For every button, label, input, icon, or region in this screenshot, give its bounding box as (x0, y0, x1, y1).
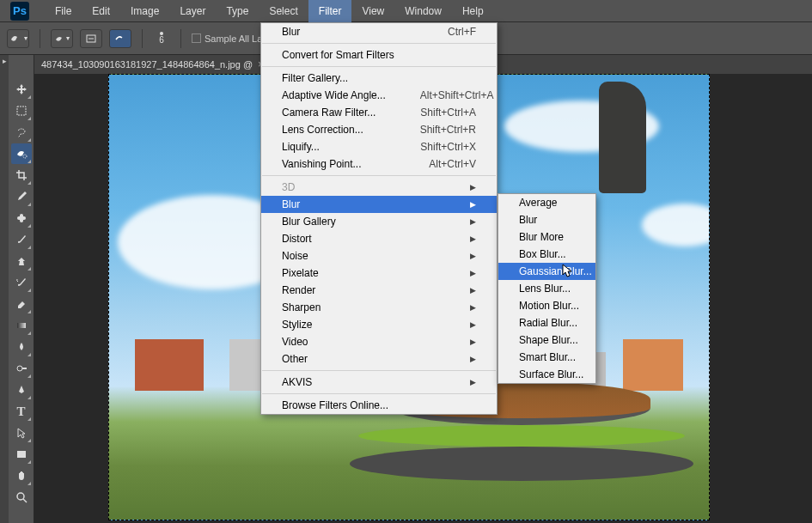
history-brush-tool[interactable] (11, 272, 32, 293)
blur-blur-more[interactable]: Blur More (498, 228, 595, 246)
crop-tool[interactable] (11, 165, 32, 185)
marquee-tool[interactable] (11, 100, 32, 121)
filter-render[interactable]: Render▶ (261, 282, 497, 299)
blur-motion[interactable]: Motion Blur... (498, 297, 595, 314)
filter-dropdown: BlurCtrl+F Convert for Smart Filters Fil… (260, 22, 498, 415)
dodge-tool[interactable] (11, 358, 32, 379)
svg-point-8 (17, 493, 24, 500)
blur-submenu: Average Blur Blur More Box Blur... Gauss… (498, 193, 596, 384)
menubar: Ps File Edit Image Layer Type Select Fil… (0, 0, 812, 22)
filter-stylize[interactable]: Stylize▶ (261, 316, 497, 333)
svg-rect-7 (17, 451, 26, 458)
menu-filter[interactable]: Filter (308, 0, 352, 22)
blur-smart[interactable]: Smart Blur... (498, 349, 595, 366)
eraser-tool[interactable] (11, 294, 32, 314)
blur-tool[interactable] (11, 337, 32, 357)
path-selection-tool[interactable] (11, 423, 32, 443)
filter-distort[interactable]: Distort▶ (261, 230, 497, 247)
clone-stamp-tool[interactable] (11, 251, 32, 271)
filter-liquify[interactable]: Liquify...Shift+Ctrl+X (261, 138, 497, 155)
filter-3d: 3D▶ (261, 179, 497, 196)
filter-blur-submenu[interactable]: Blur▶ (261, 196, 497, 213)
menu-help[interactable]: Help (452, 0, 494, 22)
brush-option-1[interactable] (80, 29, 102, 48)
brush-size-value[interactable]: 6 (153, 35, 170, 45)
blur-box[interactable]: Box Blur... (498, 246, 595, 263)
healing-brush-tool[interactable] (11, 208, 32, 228)
filter-convert-smart[interactable]: Convert for Smart Filters (261, 46, 497, 64)
building (135, 339, 204, 391)
tools-panel: T (9, 55, 34, 523)
blur-average[interactable]: Average (498, 194, 595, 211)
tool-preset-picker[interactable]: ▾ (7, 29, 29, 48)
document-tab-title: 487434_103090163181927_1484864864_n.jpg … (41, 59, 253, 70)
rectangle-tool[interactable] (11, 444, 32, 465)
blur-surface[interactable]: Surface Blur... (498, 366, 595, 383)
checkbox-icon (192, 33, 201, 43)
menu-edit[interactable]: Edit (82, 0, 120, 22)
svg-point-2 (23, 155, 27, 158)
svg-rect-4 (20, 214, 23, 222)
zoom-tool[interactable] (11, 487, 32, 508)
blur-shape[interactable]: Shape Blur... (498, 331, 595, 349)
eyedropper-tool[interactable] (11, 186, 32, 207)
filter-noise[interactable]: Noise▶ (261, 247, 497, 265)
gradient-tool[interactable] (11, 315, 32, 336)
menu-window[interactable]: Window (394, 0, 452, 22)
svg-point-6 (17, 366, 22, 371)
filter-camera-raw[interactable]: Camera Raw Filter...Shift+Ctrl+A (261, 104, 497, 121)
cursor-icon (562, 264, 574, 279)
filter-akvis[interactable]: AKVIS▶ (261, 374, 497, 391)
filter-pixelate[interactable]: Pixelate▶ (261, 265, 497, 282)
filter-vanishing-point[interactable]: Vanishing Point...Alt+Ctrl+V (261, 155, 497, 173)
blur-radial[interactable]: Radial Blur... (498, 314, 595, 331)
menu-layer[interactable]: Layer (169, 0, 216, 22)
pen-tool[interactable] (11, 380, 32, 400)
quick-selection-tool[interactable] (11, 143, 32, 164)
brush-preset-picker[interactable]: ▾ (51, 29, 73, 48)
document-tab[interactable]: 487434_103090163181927_1484864864_n.jpg … (41, 58, 264, 70)
svg-rect-5 (17, 323, 26, 328)
filter-blur-gallery[interactable]: Blur Gallery▶ (261, 213, 497, 230)
menu-file[interactable]: File (45, 0, 82, 22)
filter-adaptive-wide-angle[interactable]: Adaptive Wide Angle...Alt+Shift+Ctrl+A (261, 87, 497, 104)
menu-select[interactable]: Select (259, 0, 308, 22)
brush-option-2[interactable] (109, 29, 131, 48)
move-tool[interactable] (11, 79, 32, 100)
hand-tool[interactable] (11, 465, 32, 486)
type-tool[interactable]: T (11, 401, 32, 422)
menu-image[interactable]: Image (120, 0, 169, 22)
filter-sharpen[interactable]: Sharpen▶ (261, 299, 497, 316)
menu-type[interactable]: Type (216, 0, 259, 22)
filter-other[interactable]: Other▶ (261, 350, 497, 368)
filter-gallery[interactable]: Filter Gallery... (261, 70, 497, 87)
statue (599, 82, 646, 193)
filter-browse-online[interactable]: Browse Filters Online... (261, 397, 497, 414)
brush-tool[interactable] (11, 229, 32, 250)
panel-gutter[interactable]: ▸ (0, 55, 9, 523)
blur-blur[interactable]: Blur (498, 211, 595, 228)
svg-rect-1 (17, 106, 26, 115)
filter-last[interactable]: BlurCtrl+F (261, 23, 497, 40)
filter-video[interactable]: Video▶ (261, 333, 497, 350)
lasso-tool[interactable] (11, 122, 32, 143)
app-logo: Ps (10, 2, 29, 21)
blur-gaussian[interactable]: Gaussian Blur... (498, 263, 595, 280)
filter-lens-correction[interactable]: Lens Correction...Shift+Ctrl+R (261, 121, 497, 138)
blur-lens[interactable]: Lens Blur... (498, 280, 595, 297)
menu-view[interactable]: View (351, 0, 394, 22)
